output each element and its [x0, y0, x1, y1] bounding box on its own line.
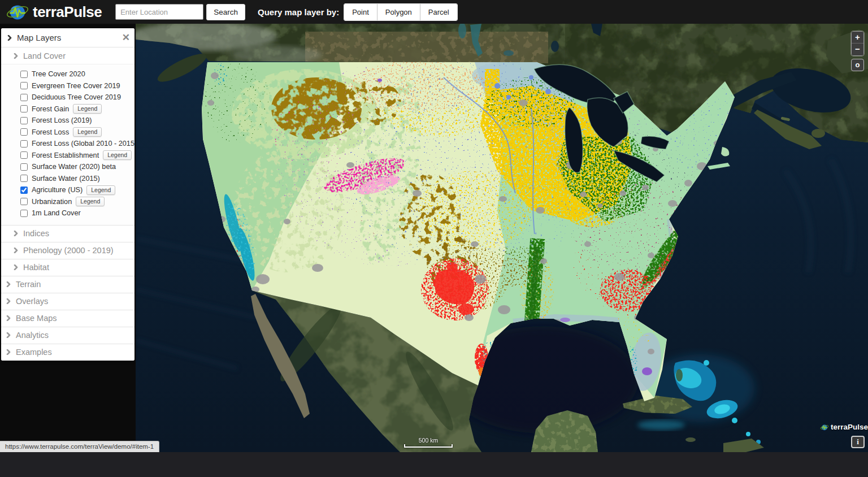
layer-checkbox[interactable] [20, 82, 28, 89]
zoom-controls: + − [851, 31, 864, 56]
sidebar-section[interactable]: Examples [1, 344, 134, 361]
map-canvas[interactable] [136, 24, 868, 452]
zoom-out-button[interactable]: − [852, 44, 863, 55]
section-label: Indices [23, 229, 49, 238]
bottom-band [0, 452, 868, 477]
layer-row[interactable]: Tree Cover 2020 [1, 68, 134, 80]
layer-row[interactable]: Forest Loss (2019) [1, 115, 134, 127]
layer-checkbox[interactable] [20, 163, 28, 171]
layer-label: Forest Establishment [32, 151, 99, 159]
query-mode-button[interactable]: Point [344, 4, 377, 20]
layer-checkbox[interactable] [20, 117, 28, 124]
locate-button[interactable]: o [851, 59, 864, 71]
layer-label: Forest Gain [32, 105, 69, 113]
terrapulse-logo-icon [6, 2, 29, 21]
layer-row[interactable]: Surface Water (2015) [1, 173, 134, 185]
section-label: Overlays [16, 297, 48, 306]
land-cover-layer-list: Tree Cover 2020 Evergreen Tree Cover 201… [1, 64, 134, 225]
layer-row[interactable]: Evergreen Tree Cover 2019 [1, 80, 134, 92]
layer-row[interactable]: Deciduous Tree Cover 2019 [1, 92, 134, 103]
layer-label: Forest Loss (Global 2010 - 2015) [32, 140, 134, 148]
layer-label: Urbanization [32, 198, 72, 206]
section-label: Habitat [23, 263, 49, 272]
panel-header: Map Layers ✕ [1, 28, 134, 47]
search-button[interactable]: Search [206, 4, 245, 20]
section-label: Examples [16, 348, 52, 357]
location-search-input[interactable] [115, 4, 203, 20]
layer-label: Deciduous Tree Cover 2019 [32, 93, 121, 101]
layer-label: Evergreen Tree Cover 2019 [32, 82, 120, 90]
sidebar-section[interactable]: Habitat [1, 259, 134, 276]
section-label: Land Cover [23, 51, 66, 60]
query-map-layer-label: Query map layer by: [258, 7, 339, 17]
chevron-right-icon [6, 349, 11, 355]
query-mode-group: PointPolygonParcel [344, 3, 457, 21]
watermark-text: terraPulse [831, 423, 868, 431]
sidebar-section[interactable]: Analytics [1, 327, 134, 344]
layer-checkbox[interactable] [20, 210, 28, 217]
layer-row[interactable]: Agriculture (US) Legend [1, 184, 134, 196]
layer-checkbox[interactable] [20, 151, 28, 159]
layer-label: 1m Land Cover [32, 209, 81, 217]
layer-row[interactable]: 1m Land Cover [1, 207, 134, 219]
chevron-right-icon [6, 298, 11, 304]
layer-row[interactable]: Forest Loss (Global 2010 - 2015) [1, 138, 134, 150]
layer-label: Surface Water (2015) [32, 175, 100, 183]
query-mode-button[interactable]: Polygon [377, 4, 420, 20]
layer-checkbox[interactable] [20, 71, 28, 78]
legend-button[interactable]: Legend [73, 104, 102, 114]
section-label: Base Maps [16, 314, 57, 323]
section-label: Phenology (2000 - 2019) [23, 246, 114, 255]
chevron-right-icon [6, 315, 11, 321]
terrapulse-watermark: terraPulse [820, 423, 868, 431]
map-stage: Map Layers ✕ Land Cover Tree Cover 2020 [0, 24, 868, 452]
layer-row[interactable]: Forest Gain Legend [1, 103, 134, 115]
legend-button[interactable]: Legend [76, 197, 105, 206]
layer-checkbox[interactable] [20, 140, 28, 148]
info-button[interactable]: i [851, 436, 865, 448]
sidebar-section[interactable]: Overlays [1, 293, 134, 310]
legend-button[interactable]: Legend [73, 127, 102, 137]
sidebar-section[interactable]: Indices [1, 225, 134, 242]
layer-label: Agriculture (US) [32, 186, 83, 194]
section-land-cover[interactable]: Land Cover [1, 47, 134, 64]
chevron-right-icon [13, 231, 19, 236]
layer-checkbox[interactable] [20, 94, 28, 101]
inner-sections: Indices Phenology (2000 - 2019) Habitat [1, 225, 134, 276]
layer-checkbox[interactable] [20, 187, 28, 194]
outer-sections: Terrain Overlays Base Maps Analy [1, 276, 134, 361]
section-label: Analytics [16, 331, 49, 340]
close-icon[interactable]: ✕ [122, 33, 130, 42]
layer-label: Forest Loss [32, 128, 69, 136]
sidebar-section[interactable]: Terrain [1, 276, 134, 293]
layer-checkbox[interactable] [20, 175, 28, 182]
layer-row[interactable]: Forest Loss Legend [1, 127, 134, 138]
layer-label: Forest Loss (2019) [32, 116, 92, 124]
layer-row[interactable]: Forest Establishment Legend [1, 150, 134, 162]
section-label: Terrain [16, 280, 41, 289]
layer-checkbox[interactable] [20, 198, 28, 205]
panel-title: Map Layers [17, 33, 122, 42]
sidebar-backdrop: Map Layers ✕ Land Cover Tree Cover 2020 [0, 24, 136, 452]
layer-checkbox[interactable] [20, 128, 28, 136]
layer-label: Tree Cover 2020 [32, 70, 85, 78]
map-scalebar: 500 km [404, 437, 453, 448]
chevron-right-icon [13, 248, 19, 253]
chevron-right-icon [6, 281, 11, 287]
terrapulse-logo-icon [820, 423, 829, 431]
legend-button[interactable]: Legend [103, 150, 132, 160]
layer-row[interactable]: Urbanization Legend [1, 196, 134, 208]
scale-label: 500 km [404, 437, 453, 444]
chevron-right-icon[interactable] [7, 35, 12, 41]
query-mode-button[interactable]: Parcel [420, 4, 457, 20]
zoom-in-button[interactable]: + [852, 32, 863, 44]
layer-checkbox[interactable] [20, 105, 28, 112]
legend-button[interactable]: Legend [86, 185, 115, 195]
layer-row[interactable]: Surface Water (2020) beta [1, 161, 134, 173]
status-url: https://www.terrapulse.com/terraView/dem… [0, 441, 159, 452]
top-navbar: terraPulse Search Query map layer by: Po… [0, 0, 868, 24]
map-layers-panel: Map Layers ✕ Land Cover Tree Cover 2020 [1, 28, 134, 361]
sidebar-section[interactable]: Phenology (2000 - 2019) [1, 242, 134, 259]
chevron-right-icon [13, 264, 19, 270]
sidebar-section[interactable]: Base Maps [1, 310, 134, 327]
